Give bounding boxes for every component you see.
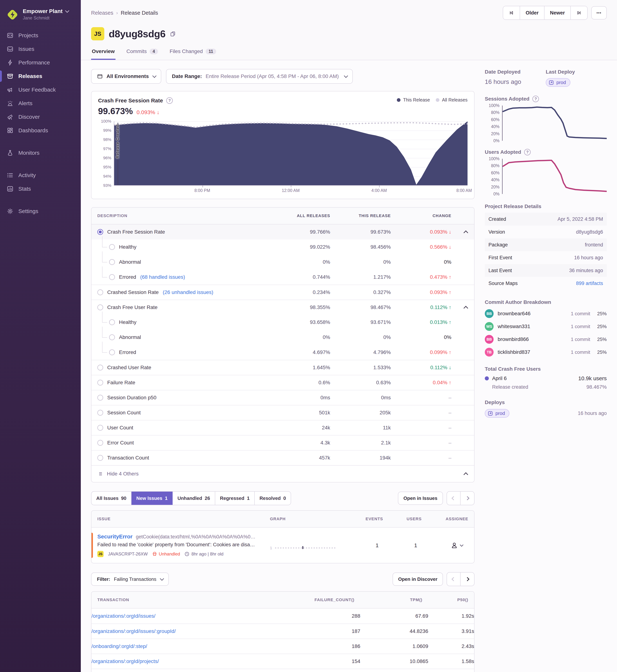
metric-radio[interactable] — [97, 380, 103, 385]
metric-row[interactable]: User Count24k11k– — [91, 420, 474, 435]
sidebar-item-stats[interactable]: Stats — [0, 182, 81, 196]
issues-tab-new-issues[interactable]: New Issues1 — [132, 491, 173, 505]
transaction-link[interactable]: /onboarding/:orgId/:step/ — [91, 643, 292, 649]
open-in-discover-button[interactable]: Open in Discover — [393, 573, 443, 586]
issues-tab-regressed[interactable]: Regressed1 — [215, 491, 255, 505]
metric-row[interactable]: Error Count4.3k2.1k– — [91, 435, 474, 450]
metric-radio[interactable] — [109, 274, 115, 280]
transaction-row[interactable]: /organizations/:orgId/issues/:groupId/ev… — [91, 669, 474, 672]
next-page-button[interactable] — [460, 491, 474, 505]
y-tick-label: 80% — [491, 110, 499, 115]
first-release-button[interactable] — [503, 6, 520, 19]
transaction-filter-selector[interactable]: Filter: Failing Transactions — [91, 573, 169, 586]
metric-row[interactable]: Session Duration p500ms0ms– — [91, 390, 474, 405]
legend-item[interactable]: All Releases — [436, 97, 467, 102]
chevron-up-icon[interactable] — [463, 231, 468, 235]
sidebar-item-discover[interactable]: Discover — [0, 110, 81, 124]
metric-radio[interactable] — [109, 259, 115, 265]
tab-overview[interactable]: Overview — [91, 46, 116, 60]
artifacts-link[interactable]: 899 artifacts — [576, 281, 603, 286]
metric-row[interactable]: Healthy99.022%98.456%0.566% ↓ — [91, 240, 474, 255]
sidebar-item-performance[interactable]: Performance — [0, 56, 81, 69]
sidebar-item-releases[interactable]: Releases — [0, 69, 81, 83]
metric-row[interactable]: Failure Rate0.6%0.63%0.04% ↑ — [91, 375, 474, 390]
next-page-button[interactable] — [460, 573, 474, 586]
metric-radio[interactable] — [97, 395, 103, 401]
environment-selector[interactable]: All Environments — [91, 69, 161, 84]
sidebar-item-alerts[interactable]: Alerts — [0, 96, 81, 110]
newer-button[interactable]: Newer — [545, 6, 571, 19]
sidebar-item-activity[interactable]: Activity — [0, 169, 81, 182]
help-icon[interactable]: ? — [532, 96, 539, 102]
transaction-link[interactable]: /organizations/:orgId/issues/:groupId/ — [91, 628, 292, 634]
metric-radio[interactable] — [97, 440, 103, 446]
older-button[interactable]: Older — [520, 6, 545, 19]
date-deployed-heading: Date Deployed — [485, 69, 546, 75]
sidebar-item-settings[interactable]: Settings — [0, 205, 81, 218]
metric-row[interactable]: Crash Free User Rate98.355%98.467%0.112%… — [91, 300, 474, 315]
metric-row[interactable]: Healthy93.658%93.671%0.013% ↑ — [91, 315, 474, 330]
metric-radio[interactable] — [97, 289, 103, 295]
metric-radio[interactable] — [97, 425, 103, 431]
help-icon[interactable]: ? — [524, 149, 531, 155]
metric-radio[interactable] — [109, 244, 115, 250]
open-in-issues-button[interactable]: Open in Issues — [398, 491, 443, 505]
chevron-up-icon[interactable] — [463, 306, 468, 311]
issue-count-link[interactable]: (26 unhandled issues) — [163, 289, 213, 295]
metric-radio[interactable] — [109, 334, 115, 340]
metric-row[interactable]: Session Count501k205k– — [91, 405, 474, 420]
more-options-button[interactable]: ••• — [591, 6, 607, 19]
metric-row[interactable]: Errored4.697%4.796%0.099% ↑ — [91, 345, 474, 360]
tab-commits[interactable]: Commits4 — [126, 46, 159, 60]
metric-radio[interactable] — [97, 410, 103, 416]
copy-icon[interactable] — [170, 31, 176, 38]
metric-row[interactable]: Crash Free Session Rate99.766%99.673%0.0… — [91, 225, 474, 240]
assignee-selector[interactable] — [430, 542, 468, 549]
clock-icon — [185, 552, 189, 557]
metric-row[interactable]: Abnormal0%0%0% — [91, 255, 474, 270]
issue-row[interactable]: SecurityError getCookie(data:text/html,%… — [91, 528, 474, 563]
metric-radio[interactable] — [97, 229, 103, 235]
prod-deploy-badge[interactable]: prod — [546, 78, 570, 87]
prev-page-button[interactable] — [447, 573, 460, 586]
tab-files-changed[interactable]: Files Changed11 — [169, 46, 217, 60]
x-tick-label: 4:00 AM — [371, 188, 387, 193]
breadcrumb-releases[interactable]: Releases — [91, 10, 113, 16]
transaction-row[interactable]: /organizations/:orgId/projects/15410.086… — [91, 654, 474, 669]
transaction-link[interactable]: /organizations/:orgId/projects/ — [91, 658, 292, 664]
prev-page-button[interactable] — [447, 491, 460, 505]
metric-row[interactable]: Transaction Count457k194k– — [91, 450, 474, 465]
issue-count-link[interactable]: (68 handled issues) — [140, 274, 185, 280]
date-range-selector[interactable]: Date Range: Entire Release Period (Apr 0… — [166, 69, 353, 84]
monitors-icon — [7, 149, 14, 156]
org-switcher[interactable]: Empower Plant Jane Schmidt — [0, 5, 81, 29]
issues-tab-all-issues[interactable]: All Issues90 — [91, 491, 132, 505]
metric-row[interactable]: Crashed User Rate1.645%1.533%0.112% ↓ — [91, 360, 474, 375]
transaction-row[interactable]: /onboarding/:orgId/:step/1861.06092.43s — [91, 639, 474, 654]
transaction-row[interactable]: /organizations/:orgId/issues/:groupId/18… — [91, 624, 474, 639]
metric-row[interactable]: Abnormal0%0%0% — [91, 330, 474, 345]
metric-radio[interactable] — [109, 349, 115, 355]
sidebar-item-projects[interactable]: Projects — [0, 29, 81, 42]
sidebar-item-issues[interactable]: Issues — [0, 42, 81, 56]
sidebar-item-dashboards[interactable]: Dashboards — [0, 124, 81, 137]
transaction-link[interactable]: /organizations/:orgId/issues/ — [91, 613, 292, 619]
issues-tab-unhandled[interactable]: Unhandled26 — [173, 491, 215, 505]
issues-tab-resolved[interactable]: Resolved0 — [255, 491, 291, 505]
metric-radio[interactable] — [97, 455, 103, 461]
help-icon[interactable]: ? — [166, 97, 173, 104]
legend-item[interactable]: This Release — [397, 97, 430, 102]
sidebar-item-user-feedback[interactable]: User Feedback — [0, 83, 81, 96]
metric-radio[interactable] — [97, 365, 103, 370]
last-release-button[interactable] — [571, 6, 587, 19]
issue-title-link[interactable]: SecurityError — [97, 534, 133, 540]
metric-row[interactable]: Crashed Session Rate(26 unhandled issues… — [91, 285, 474, 300]
hide-others-toggle[interactable]: Hide 4 Others — [91, 465, 474, 482]
org-name[interactable]: Empower Plant — [23, 8, 68, 14]
transaction-row[interactable]: /organizations/:orgId/issues/28867.691.9… — [91, 609, 474, 624]
metric-radio[interactable] — [97, 304, 103, 310]
prod-deploy-badge[interactable]: prod — [485, 409, 509, 418]
sidebar-item-monitors[interactable]: Monitors — [0, 146, 81, 159]
metric-row[interactable]: Errored(68 handled issues)0.744%1.217%0.… — [91, 270, 474, 285]
metric-radio[interactable] — [109, 319, 115, 325]
